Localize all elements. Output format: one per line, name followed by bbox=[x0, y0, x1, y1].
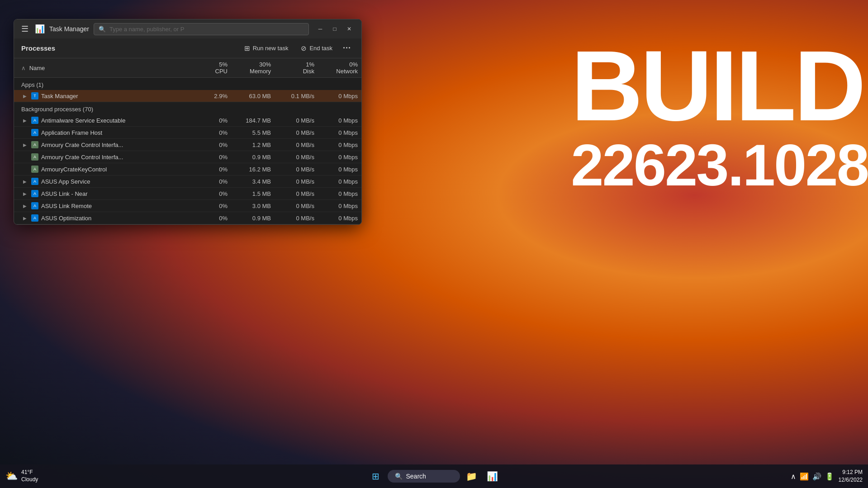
process-name-cell: A Armoury Crate Control Interfa... bbox=[14, 151, 188, 163]
expand-icon[interactable]: ▶ bbox=[21, 117, 28, 124]
time-display: 9:12 PM bbox=[839, 469, 863, 476]
process-icon: A bbox=[31, 166, 38, 173]
weather-info: 41°F Cloudy bbox=[21, 469, 38, 483]
weather-widget[interactable]: ⛅ 41°F Cloudy bbox=[5, 469, 38, 483]
process-name-cell: ▶ A ASUS App Service bbox=[14, 175, 188, 188]
col-cpu[interactable]: 5% CPU bbox=[188, 58, 231, 78]
disk-value: 0 MB/s bbox=[275, 139, 318, 151]
system-tray: ∧ 📶 🔊 🔋 bbox=[791, 472, 834, 481]
process-name-cell: ▶ A ASUS Optimization bbox=[14, 212, 188, 224]
wifi-icon[interactable]: 📶 bbox=[800, 472, 809, 481]
battery-icon[interactable]: 🔋 bbox=[825, 472, 834, 481]
process-icon: A bbox=[31, 214, 38, 222]
expand-icon[interactable]: ▶ bbox=[21, 178, 28, 185]
file-explorer-taskbar-button[interactable]: 📁 bbox=[463, 467, 481, 485]
disk-value: 0 MB/s bbox=[275, 127, 318, 139]
table-row[interactable]: ▶ A ASUS App Service 0% 3.4 MB 0 MB/s 0 … bbox=[14, 175, 361, 188]
temperature: 41°F bbox=[21, 469, 38, 476]
volume-icon[interactable]: 🔊 bbox=[812, 472, 821, 481]
run-new-task-button[interactable]: ⊞ Run new task bbox=[239, 42, 294, 55]
disk-value: 0 MB/s bbox=[275, 151, 318, 163]
table-row[interactable]: A Application Frame Host 0% 5.5 MB 0 MB/… bbox=[14, 127, 361, 139]
title-bar: ☰ 📊 Task Manager 🔍 Type a name, publishe… bbox=[14, 19, 361, 38]
col-network[interactable]: 0% Network bbox=[318, 58, 361, 78]
network-value: 0 Mbps bbox=[318, 188, 361, 200]
run-task-icon: ⊞ bbox=[244, 44, 250, 52]
search-field[interactable]: 🔍 Type a name, publisher, or P bbox=[94, 23, 309, 35]
process-name-cell: ▶ A ASUS Link Remote bbox=[14, 200, 188, 212]
more-options-button[interactable]: ··· bbox=[340, 42, 354, 55]
column-header-row: ∧ Name 5% CPU 30% Memory 1% Disk bbox=[14, 58, 361, 78]
expand-icon[interactable]: ▶ bbox=[21, 92, 28, 99]
cpu-value: 0% bbox=[188, 127, 231, 139]
table-row[interactable]: A ArmouryCrateKeyControl 0% 16.2 MB 0 MB… bbox=[14, 163, 361, 175]
memory-value: 3.4 MB bbox=[231, 175, 275, 188]
process-name: Armoury Crate Control Interfa... bbox=[41, 154, 123, 161]
col-disk[interactable]: 1% Disk bbox=[275, 58, 318, 78]
expand-icon[interactable]: ▶ bbox=[21, 214, 28, 222]
task-manager-taskbar-button[interactable]: 📊 bbox=[484, 467, 502, 485]
end-task-icon: ⊘ bbox=[301, 44, 307, 52]
table-row[interactable]: ▶ A ASUS Optimization 0% 0.9 MB 0 MB/s 0… bbox=[14, 212, 361, 224]
process-name: Armoury Crate Control Interfa... bbox=[41, 142, 123, 148]
table-row[interactable]: A Armoury Crate Control Interfa... 0% 0.… bbox=[14, 151, 361, 163]
cpu-value: 0% bbox=[188, 114, 231, 127]
disk-value: 0 MB/s bbox=[275, 188, 318, 200]
cpu-value: 0% bbox=[188, 188, 231, 200]
network-value: 0 Mbps bbox=[318, 139, 361, 151]
search-bar-icon: 🔍 bbox=[395, 473, 403, 480]
table-row[interactable]: ▶ A ASUS Link - Near 0% 1.5 MB 0 MB/s 0 … bbox=[14, 188, 361, 200]
network-value: 0 Mbps bbox=[318, 90, 361, 102]
disk-value: 0 MB/s bbox=[275, 212, 318, 224]
process-name-cell: ▶ T Task Manager bbox=[14, 90, 188, 102]
close-button[interactable]: ✕ bbox=[342, 24, 356, 34]
window-title: Task Manager bbox=[49, 25, 89, 33]
disk-value: 0 MB/s bbox=[275, 200, 318, 212]
col-memory[interactable]: 30% Memory bbox=[231, 58, 275, 78]
disk-value: 0.1 MB/s bbox=[275, 90, 318, 102]
process-name: Task Manager bbox=[41, 93, 78, 99]
col-name[interactable]: ∧ Name bbox=[14, 58, 188, 78]
table-row[interactable]: ▶ A ASUS Link Remote 0% 3.0 MB 0 MB/s 0 … bbox=[14, 200, 361, 212]
expand-icon[interactable]: ▶ bbox=[21, 202, 28, 209]
task-manager-icon: 📊 bbox=[487, 471, 498, 482]
process-icon: A bbox=[31, 153, 38, 161]
memory-value: 1.2 MB bbox=[231, 139, 275, 151]
process-name: ArmouryCrateKeyControl bbox=[41, 166, 107, 173]
process-name: ASUS App Service bbox=[41, 178, 90, 185]
cpu-value: 2.9% bbox=[188, 90, 231, 102]
process-name-cell: A ArmouryCrateKeyControl bbox=[14, 163, 188, 175]
app-icon: 📊 bbox=[35, 24, 45, 34]
cpu-value: 0% bbox=[188, 212, 231, 224]
processes-table: ∧ Name 5% CPU 30% Memory 1% Disk bbox=[14, 58, 361, 224]
table-row[interactable]: ▶ T Task Manager 2.9% 63.0 MB 0.1 MB/s 0… bbox=[14, 90, 361, 102]
tray-expand-icon[interactable]: ∧ bbox=[791, 472, 796, 481]
taskbar-center: ⊞ 🔍 Search 📁 📊 bbox=[367, 467, 502, 485]
process-name: ASUS Optimization bbox=[41, 215, 91, 222]
group-label: Background processes (70) bbox=[14, 102, 361, 115]
start-button[interactable]: ⊞ bbox=[367, 467, 385, 485]
process-icon: T bbox=[31, 92, 38, 99]
search-bar[interactable]: 🔍 Search bbox=[388, 470, 460, 483]
search-placeholder-text: Type a name, publisher, or P bbox=[109, 26, 184, 33]
memory-value: 1.5 MB bbox=[231, 188, 275, 200]
run-new-task-label: Run new task bbox=[253, 45, 289, 52]
hamburger-button[interactable]: ☰ bbox=[19, 22, 30, 36]
memory-value: 3.0 MB bbox=[231, 200, 275, 212]
table-row[interactable]: ▶ A Antimalware Service Executable 0% 18… bbox=[14, 114, 361, 127]
processes-table-container[interactable]: ∧ Name 5% CPU 30% Memory 1% Disk bbox=[14, 58, 361, 224]
memory-value: 16.2 MB bbox=[231, 163, 275, 175]
expand-icon[interactable]: ▶ bbox=[21, 190, 28, 197]
group-label: Apps (1) bbox=[14, 78, 361, 90]
clock[interactable]: 9:12 PM 12/6/2022 bbox=[839, 469, 863, 484]
date-display: 12/6/2022 bbox=[839, 476, 863, 484]
taskbar-left: ⛅ 41°F Cloudy bbox=[5, 469, 38, 483]
toolbar: Processes ⊞ Run new task ⊘ End task ··· bbox=[14, 38, 361, 58]
end-task-button[interactable]: ⊘ End task bbox=[295, 42, 338, 55]
maximize-button[interactable]: □ bbox=[328, 24, 342, 34]
network-value: 0 Mbps bbox=[318, 114, 361, 127]
table-row[interactable]: ▶ A Armoury Crate Control Interfa... 0% … bbox=[14, 139, 361, 151]
minimize-button[interactable]: ─ bbox=[313, 24, 327, 34]
cpu-value: 0% bbox=[188, 139, 231, 151]
expand-icon[interactable]: ▶ bbox=[21, 141, 28, 148]
